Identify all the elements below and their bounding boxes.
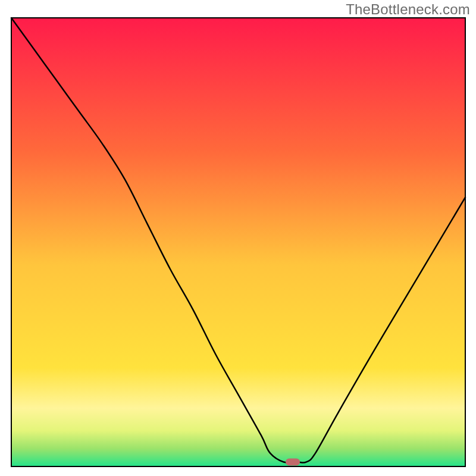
watermark-text: TheBottleneck.com — [346, 1, 470, 18]
bottleneck-chart — [0, 0, 476, 476]
gradient-background — [11, 18, 465, 466]
minimum-marker — [286, 458, 300, 465]
